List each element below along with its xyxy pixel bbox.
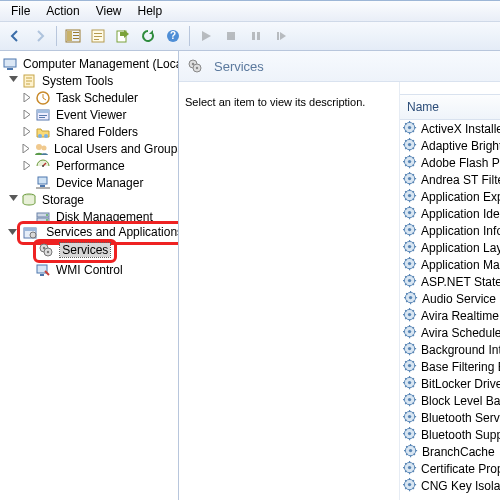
service-row[interactable]: Block Level Backup E bbox=[400, 392, 500, 409]
menu-help[interactable]: Help bbox=[131, 3, 170, 19]
tree-task-scheduler[interactable]: Task Scheduler bbox=[0, 89, 178, 106]
service-row[interactable]: Adaptive Brightness bbox=[400, 137, 500, 154]
service-row[interactable]: Application Informa bbox=[400, 222, 500, 239]
service-row[interactable]: ActiveX Installer (AxI bbox=[400, 120, 500, 137]
svg-point-59 bbox=[408, 194, 411, 197]
svg-point-53 bbox=[408, 143, 411, 146]
menu-file[interactable]: File bbox=[4, 3, 37, 19]
service-name: Base Filtering Engine bbox=[421, 360, 500, 374]
start-service-button[interactable] bbox=[194, 24, 218, 48]
service-row[interactable]: Bluetooth Support S bbox=[400, 426, 500, 443]
refresh-button[interactable] bbox=[136, 24, 160, 48]
tree-services[interactable]: Services bbox=[0, 243, 178, 260]
service-name: Avira Scheduler bbox=[421, 326, 500, 340]
column-header-name[interactable]: Name bbox=[400, 94, 500, 120]
service-gear-icon bbox=[403, 444, 419, 460]
svg-rect-17 bbox=[7, 68, 13, 70]
service-name: Application Experien bbox=[421, 190, 500, 204]
tree-label: Services and Applications bbox=[44, 225, 179, 239]
tree-performance[interactable]: Performance bbox=[0, 157, 178, 174]
restart-service-button[interactable] bbox=[269, 24, 293, 48]
collapse-icon[interactable] bbox=[8, 75, 19, 86]
service-row[interactable]: Andrea ST Filters Ser bbox=[400, 171, 500, 188]
tree-label: Shared Folders bbox=[54, 125, 140, 139]
service-row[interactable]: Background Intellige bbox=[400, 341, 500, 358]
menu-action[interactable]: Action bbox=[39, 3, 86, 19]
service-row[interactable]: Application Manage bbox=[400, 256, 500, 273]
svg-point-91 bbox=[408, 466, 411, 469]
menubar: File Action View Help bbox=[0, 1, 500, 22]
service-name: Adaptive Brightness bbox=[421, 139, 500, 153]
help-button[interactable]: ? bbox=[161, 24, 185, 48]
service-row[interactable]: Application Identity bbox=[400, 205, 500, 222]
service-gear-icon bbox=[403, 393, 418, 409]
services-list[interactable]: ActiveX Installer (AxIAdaptive Brightnes… bbox=[400, 120, 500, 500]
svg-point-27 bbox=[42, 145, 47, 150]
services-icon bbox=[187, 58, 203, 74]
tree-label: Storage bbox=[40, 193, 86, 207]
pane-title: Services bbox=[214, 59, 264, 74]
services-icon bbox=[38, 242, 54, 258]
expand-icon[interactable] bbox=[22, 92, 33, 103]
service-row[interactable]: BitLocker Drive Encry bbox=[400, 375, 500, 392]
service-row[interactable]: Avira Scheduler bbox=[400, 324, 500, 341]
toolbar: ? bbox=[0, 22, 500, 51]
menu-view[interactable]: View bbox=[89, 3, 129, 19]
description-text: Select an item to view its description. bbox=[179, 82, 399, 500]
back-button[interactable] bbox=[3, 24, 27, 48]
tree-event-viewer[interactable]: Event Viewer bbox=[0, 106, 178, 123]
show-hide-tree-button[interactable] bbox=[61, 24, 85, 48]
nav-tree: Computer Management (Local System Tools … bbox=[0, 51, 179, 500]
service-row[interactable]: Bluetooth Service bbox=[400, 409, 500, 426]
wmi-icon bbox=[35, 262, 51, 278]
expand-icon[interactable] bbox=[22, 160, 33, 171]
properties-button[interactable] bbox=[86, 24, 110, 48]
collapse-icon[interactable] bbox=[8, 228, 17, 239]
separator bbox=[56, 26, 57, 46]
service-gear-icon bbox=[403, 274, 418, 290]
tree-device-manager[interactable]: Device Manager bbox=[0, 174, 178, 191]
service-row[interactable]: Base Filtering Engine bbox=[400, 358, 500, 375]
collapse-icon[interactable] bbox=[8, 194, 19, 205]
service-gear-icon bbox=[403, 427, 418, 443]
service-row[interactable]: Certificate Propagati bbox=[400, 460, 500, 477]
tree-root[interactable]: Computer Management (Local bbox=[0, 55, 178, 72]
service-row[interactable]: Adobe Flash Player U bbox=[400, 154, 500, 171]
tree-label: Event Viewer bbox=[54, 108, 128, 122]
svg-rect-29 bbox=[38, 177, 47, 184]
service-gear-icon bbox=[403, 291, 419, 307]
tree-label: WMI Control bbox=[54, 263, 125, 277]
service-name: Certificate Propagati bbox=[421, 462, 500, 476]
service-gear-icon bbox=[403, 257, 418, 273]
service-row[interactable]: Avira Realtime Prote bbox=[400, 307, 500, 324]
service-row[interactable]: Application Experien bbox=[400, 188, 500, 205]
expand-icon[interactable] bbox=[22, 126, 33, 137]
tree-shared-folders[interactable]: Shared Folders bbox=[0, 123, 178, 140]
service-gear-icon bbox=[403, 206, 418, 222]
tree-local-users[interactable]: Local Users and Groups bbox=[0, 140, 178, 157]
service-row[interactable]: BranchCache bbox=[400, 443, 500, 460]
details-pane: Services Select an item to view its desc… bbox=[179, 51, 500, 500]
service-row[interactable]: Audio Service bbox=[400, 290, 500, 307]
forward-button[interactable] bbox=[28, 24, 52, 48]
service-row[interactable]: ASP.NET State Servic bbox=[400, 273, 500, 290]
pause-service-button[interactable] bbox=[244, 24, 268, 48]
export-button[interactable] bbox=[111, 24, 135, 48]
service-row[interactable]: CNG Key Isolation bbox=[400, 477, 500, 494]
tree-storage[interactable]: Storage bbox=[0, 191, 178, 208]
svg-point-26 bbox=[36, 144, 42, 150]
service-row[interactable]: Application Layer Ga bbox=[400, 239, 500, 256]
svg-rect-2 bbox=[73, 32, 79, 33]
svg-point-77 bbox=[408, 347, 411, 350]
svg-point-39 bbox=[30, 232, 36, 238]
service-gear-icon bbox=[403, 359, 418, 375]
expand-icon[interactable] bbox=[22, 143, 31, 154]
service-name: Application Manage bbox=[421, 258, 500, 272]
svg-point-65 bbox=[408, 245, 411, 248]
stop-service-button[interactable] bbox=[219, 24, 243, 48]
svg-point-61 bbox=[408, 211, 411, 214]
tree-system-tools[interactable]: System Tools bbox=[0, 72, 178, 89]
svg-point-57 bbox=[408, 177, 411, 180]
expand-icon[interactable] bbox=[22, 109, 33, 120]
tree-wmi-control[interactable]: WMI Control bbox=[0, 261, 178, 278]
